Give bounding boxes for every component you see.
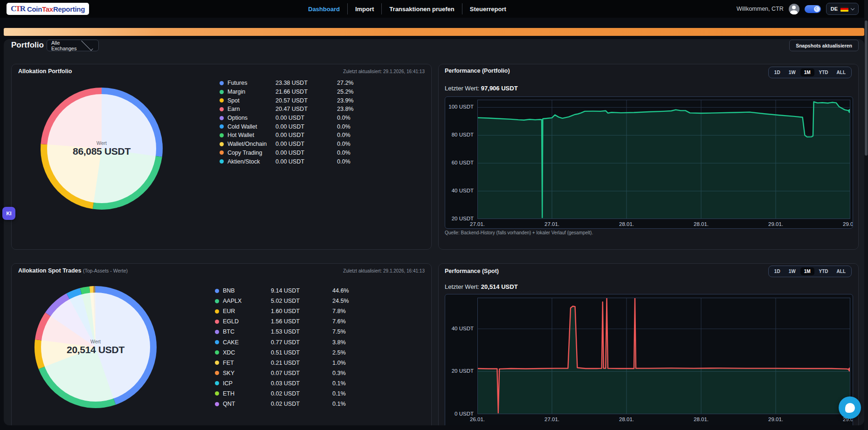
legend-dot	[220, 90, 224, 94]
dark-mode-toggle[interactable]: ☾	[805, 5, 821, 13]
legend-value: 0.00 USDT	[276, 158, 337, 165]
range-1m[interactable]: 1M	[800, 267, 814, 275]
card-allocation-spot: Allokation Spot Trades (Top-Assets - Wer…	[11, 263, 432, 425]
range-all[interactable]: ALL	[833, 267, 849, 275]
card-performance-spot: Performance (Spot) 1D1W1MYTDALL Letzter …	[438, 263, 859, 425]
chat-bubble-button[interactable]	[839, 396, 861, 419]
legend-dot	[215, 402, 219, 406]
app-logo[interactable]: CTR CoinTaxReporting	[7, 3, 89, 15]
legend-dot	[215, 309, 219, 314]
legend-dot	[215, 381, 219, 385]
legend-row: ETH0.02 USDT0.1%	[215, 389, 349, 399]
nav-transaktionen-pruefen[interactable]: Transaktionen pruefen	[382, 6, 462, 13]
pie-chart	[36, 83, 167, 214]
legend-percent: 7.8%	[332, 308, 349, 314]
legend-percent: 0.3%	[332, 370, 349, 376]
legend-row: Wallet/Onchain0.00 USDT0.0%	[220, 140, 353, 149]
y-axis-label: 20 USDT	[445, 368, 474, 374]
pie-chart	[30, 282, 161, 412]
card-title: Allokation Spot Trades (Top-Assets - Wer…	[18, 267, 128, 274]
card-performance-portfolio: Performance (Portfolio) 1D1W1MYTDALL Let…	[438, 64, 859, 250]
legend-value: 1.53 USDT	[271, 328, 332, 335]
legend-value: 20.47 USDT	[276, 106, 337, 112]
legend-percent: 3.8%	[332, 339, 349, 346]
range-ytd[interactable]: YTD	[815, 267, 832, 275]
legend-row: Futures23.38 USDT27.2%	[220, 79, 353, 88]
legend-value: 0.77 USDT	[271, 339, 332, 346]
legend-dot	[220, 133, 224, 137]
legend-dot	[220, 81, 224, 85]
legend-value: 5.02 USDT	[271, 298, 332, 304]
range-1d[interactable]: 1D	[771, 267, 784, 275]
legend-dot	[215, 320, 219, 324]
range-1d[interactable]: 1D	[771, 68, 784, 76]
range-1w[interactable]: 1W	[785, 267, 799, 275]
moon-icon: ☾	[814, 6, 820, 12]
legend-percent: 2.5%	[332, 349, 349, 356]
legend-label: Copy Trading	[227, 150, 276, 156]
vertical-scrollbar[interactable]	[864, 0, 868, 430]
legend-percent: 25.2%	[337, 89, 353, 95]
legend-row: AAPLX5.02 USDT24.5%	[215, 296, 349, 306]
portfolio-title: Portfolio	[11, 41, 44, 50]
chart-source-note: Quelle: Backend-History (falls vorhanden…	[445, 230, 593, 235]
language-selector[interactable]: DE	[826, 3, 859, 15]
legend-label: XDC	[223, 349, 271, 356]
legend-dot	[215, 350, 219, 355]
legend-percent: 1.0%	[332, 360, 349, 366]
x-axis-label: 27.01.	[465, 221, 489, 227]
legend-label: Wallet/Onchain	[227, 141, 276, 147]
header-right-group: Willkommen, CTR ☾ DE	[737, 0, 859, 18]
x-axis-label: 29.01.	[764, 416, 788, 422]
user-avatar-icon[interactable]	[789, 4, 799, 14]
legend-row: Hot Wallet0.00 USDT0.0%	[220, 131, 353, 140]
x-axis-label: 29.01.	[838, 221, 853, 227]
legend-row: Margin21.66 USDT25.2%	[220, 88, 353, 96]
exchange-filter-select[interactable]: Alle Exchanges	[47, 40, 99, 51]
logo-wordmark: CoinTaxReporting	[27, 5, 85, 13]
exchange-filter-value: Alle Exchanges	[51, 40, 76, 51]
scrollbar-thumb[interactable]	[865, 20, 868, 156]
language-code: DE	[831, 6, 838, 12]
legend-percent: 0.0%	[337, 158, 353, 165]
legend-value: 0.02 USDT	[271, 401, 332, 407]
legend-label: ETH	[223, 390, 271, 397]
legend-dot	[215, 361, 219, 365]
range-1m[interactable]: 1M	[800, 68, 814, 76]
legend-value: 0.00 USDT	[276, 115, 337, 121]
range-all[interactable]: ALL	[833, 68, 849, 76]
legend-row: FET0.21 USDT1.0%	[215, 358, 349, 368]
legend-row: Aktien/Stock0.00 USDT0.0%	[220, 157, 353, 166]
legend-label: Aktien/Stock	[227, 158, 276, 165]
last-updated-text: Zuletzt aktualisiert: 29.1.2026, 16:41:1…	[343, 268, 425, 273]
legend-label: FET	[223, 360, 271, 366]
range-selector: 1D1W1MYTDALL	[768, 67, 852, 78]
card-title: Allokation Portfolio	[18, 68, 72, 75]
range-ytd[interactable]: YTD	[815, 68, 832, 76]
legend-dot	[215, 371, 219, 375]
range-1w[interactable]: 1W	[785, 68, 799, 76]
y-axis-label: 100 USDT	[445, 104, 474, 109]
last-updated-text: Zuletzt aktualisiert: 29.1.2026, 16:41:1…	[343, 69, 425, 74]
snapshots-refresh-button[interactable]: Snapshots aktualisieren	[789, 40, 859, 51]
legend-value: 0.00 USDT	[276, 132, 337, 138]
legend-value: 0.51 USDT	[271, 349, 332, 356]
legend-row: EGLD1.56 USDT7.6%	[215, 316, 349, 327]
last-value-label: Letzter Wert:	[445, 283, 479, 290]
legend-value: 0.00 USDT	[276, 150, 337, 156]
chevron-down-icon	[851, 6, 854, 10]
legend-label: Spot	[227, 97, 276, 104]
legend-row: XDC0.51 USDT2.5%	[215, 348, 349, 358]
legend-row: SKY0.07 USDT0.3%	[215, 368, 349, 378]
nav-steuerreport[interactable]: Steuerreport	[462, 6, 514, 13]
nav-dashboard[interactable]: Dashboard	[301, 6, 347, 13]
nav-import[interactable]: Import	[348, 6, 381, 13]
last-value-label: Letzter Wert:	[445, 85, 479, 92]
y-axis-label: 0 USDT	[445, 411, 474, 416]
legend-label: Margin	[227, 89, 276, 95]
legend-value: 0.21 USDT	[271, 360, 332, 366]
legend-value: 1.60 USDT	[271, 308, 332, 314]
x-axis-label: 28.01.	[614, 416, 639, 422]
legend-dot	[220, 124, 224, 129]
ki-assistant-badge[interactable]: KI	[2, 207, 15, 220]
